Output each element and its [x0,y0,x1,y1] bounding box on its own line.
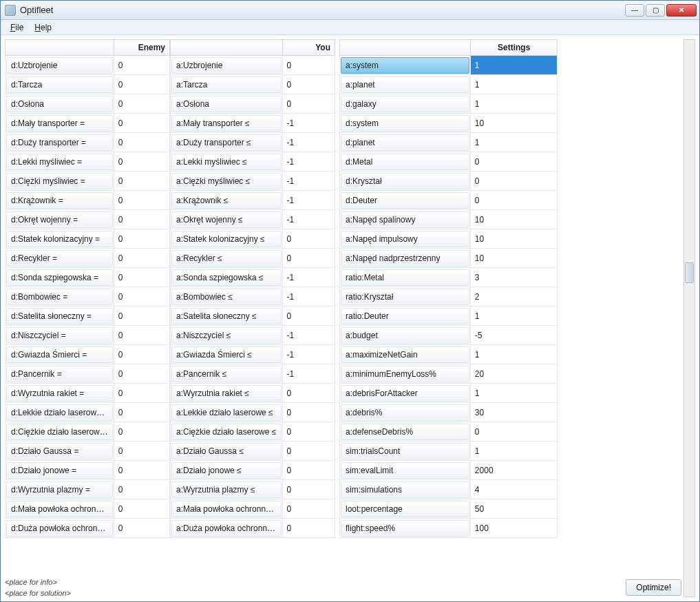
enemy-value[interactable]: 0 [114,270,169,285]
you-row[interactable]: a:Satelita słoneczny ≤0 [171,307,335,326]
enemy-label[interactable]: d:Ciężki myśliwiec = [6,173,113,189]
settings-value[interactable]: 1 [471,444,558,459]
settings-value[interactable]: 10 [471,251,558,266]
you-value[interactable]: -1 [283,193,335,208]
enemy-label[interactable]: d:Wyrzutnia rakiet = [6,385,113,402]
you-label[interactable]: a:Niszczyciel ≤ [171,327,282,344]
settings-value[interactable]: 10 [471,116,558,131]
you-value[interactable]: 0 [283,231,335,247]
settings-row[interactable]: d:Kryształ0 [340,172,558,191]
you-header-blank[interactable] [171,40,283,56]
you-row[interactable]: a:Duża powłoka ochronna ≤0 [171,519,335,538]
enemy-row[interactable]: d:Mała powłoka ochronna =0 [6,499,170,519]
settings-value[interactable]: 30 [471,405,558,420]
settings-row[interactable]: ratio:Kryształ2 [340,287,558,307]
you-label[interactable]: a:Satelita słoneczny ≤ [171,308,282,324]
enemy-value[interactable]: 0 [114,116,169,131]
settings-row[interactable]: d:Deuter0 [340,191,558,210]
you-label[interactable]: a:Gwiazda Śmierci ≤ [171,346,282,363]
you-label[interactable]: a:Wyrzutnia plazmy ≤ [171,481,282,498]
you-label[interactable]: a:Ciężkie działo laserowe ≤ [171,424,282,440]
settings-label[interactable]: sim:evalLimit [341,462,469,479]
you-value[interactable]: 0 [283,309,335,324]
you-value[interactable]: 0 [283,463,335,478]
you-value[interactable]: 0 [283,501,335,517]
you-row[interactable]: a:Pancernik ≤-1 [171,364,335,384]
you-label[interactable]: a:Duża powłoka ochronna ≤ [171,520,282,537]
you-value[interactable]: -1 [283,135,335,150]
settings-value[interactable]: 1 [471,58,558,73]
settings-label[interactable]: a:defenseDebris% [341,424,469,440]
enemy-label[interactable]: d:Gwiazda Śmierci = [6,346,113,363]
you-label[interactable]: a:Działo jonowe ≤ [171,462,282,479]
settings-label[interactable]: ratio:Metal [341,269,469,286]
you-row[interactable]: a:Wyrzutnia rakiet ≤0 [171,384,335,403]
settings-value[interactable]: 1 [471,386,558,401]
minimize-button[interactable]: — [625,4,644,17]
you-label[interactable]: a:Bombowiec ≤ [171,289,282,305]
you-label[interactable]: a:Lekki myśliwiec ≤ [171,154,282,170]
enemy-label[interactable]: d:Mały transporter = [6,115,113,132]
you-label[interactable]: a:Krążownik ≤ [171,192,282,209]
enemy-value[interactable]: 0 [114,154,169,169]
you-row[interactable]: a:Okręt wojenny ≤-1 [171,210,335,229]
settings-row[interactable]: sim:simulations4 [340,480,558,499]
menu-file[interactable]: File [5,21,29,34]
settings-row[interactable]: sim:trialsCount1 [340,442,558,461]
settings-row[interactable]: a:Napęd impulsowy10 [340,229,558,249]
enemy-row[interactable]: d:Lekkie działo laserowe =0 [6,403,170,422]
enemy-row[interactable]: d:Pancernik =0 [6,364,170,384]
settings-row[interactable]: flight:speed%100 [340,519,558,538]
enemy-row[interactable]: d:Lekki myśliwiec =0 [6,152,170,172]
scrollbar-thumb[interactable] [685,262,694,283]
enemy-row[interactable]: d:Krążownik =0 [6,191,170,210]
settings-value[interactable]: 1 [471,96,558,112]
you-row[interactable]: a:Lekki myśliwiec ≤-1 [171,152,335,172]
enemy-value[interactable]: 0 [114,309,169,324]
you-value[interactable]: -1 [283,289,335,304]
settings-value[interactable]: 1 [471,135,558,150]
settings-label[interactable]: d:system [341,115,469,132]
settings-label[interactable]: sim:simulations [341,481,469,498]
vertical-scrollbar[interactable] [683,39,695,597]
enemy-label[interactable]: d:Krążownik = [6,192,113,209]
you-label[interactable]: a:Tarcza [171,76,282,93]
enemy-header[interactable]: Enemy [114,40,169,56]
settings-row[interactable]: a:Napęd nadprzestrzenny10 [340,249,558,268]
you-value[interactable]: -1 [283,366,335,382]
enemy-value[interactable]: 0 [114,424,169,439]
you-label[interactable]: a:Duży transporter ≤ [171,134,282,151]
settings-label[interactable]: a:budget [341,327,469,344]
settings-row[interactable]: a:maximizeNetGain1 [340,345,558,364]
you-value[interactable]: 0 [283,424,335,439]
you-label[interactable]: a:Ciężki myśliwiec ≤ [171,173,282,189]
you-row[interactable]: a:Osłona0 [171,94,335,114]
settings-row[interactable]: loot:percentage50 [340,499,558,519]
you-row[interactable]: a:Ciężkie działo laserowe ≤0 [171,422,335,442]
enemy-value[interactable]: 0 [114,521,169,536]
you-value[interactable]: 0 [283,58,335,73]
settings-value[interactable]: 0 [471,193,558,208]
you-row[interactable]: a:Ciężki myśliwiec ≤-1 [171,172,335,191]
enemy-label[interactable]: d:Niszczyciel = [6,327,113,344]
settings-value[interactable]: 1 [471,77,558,92]
settings-label[interactable]: a:Napęd spalinowy [341,211,469,228]
enemy-label[interactable]: d:Uzbrojenie [6,57,113,74]
settings-value[interactable]: 0 [471,154,558,169]
settings-row[interactable]: a:minimumEnemyLoss%20 [340,364,558,384]
you-value[interactable]: -1 [283,154,335,169]
enemy-row[interactable]: d:Sonda szpiegowska =0 [6,268,170,287]
close-button[interactable]: ✕ [666,4,697,17]
settings-value[interactable]: 2000 [471,463,558,478]
enemy-value[interactable]: 0 [114,251,169,266]
settings-value[interactable]: 4 [471,482,558,497]
enemy-row[interactable]: d:Satelita słoneczny =0 [6,307,170,326]
you-label[interactable]: a:Okręt wojenny ≤ [171,211,282,228]
enemy-label[interactable]: d:Osłona [6,96,113,112]
settings-label[interactable]: a:debris% [341,404,469,421]
you-label[interactable]: a:Mała powłoka ochronna ≤ [171,501,282,517]
enemy-label[interactable]: d:Lekkie działo laserowe = [6,404,113,421]
enemy-row[interactable]: d:Duża powłoka ochronna =0 [6,519,170,538]
menu-help[interactable]: Help [29,21,57,34]
enemy-label[interactable]: d:Ciężkie działo laserowe = [6,424,113,440]
